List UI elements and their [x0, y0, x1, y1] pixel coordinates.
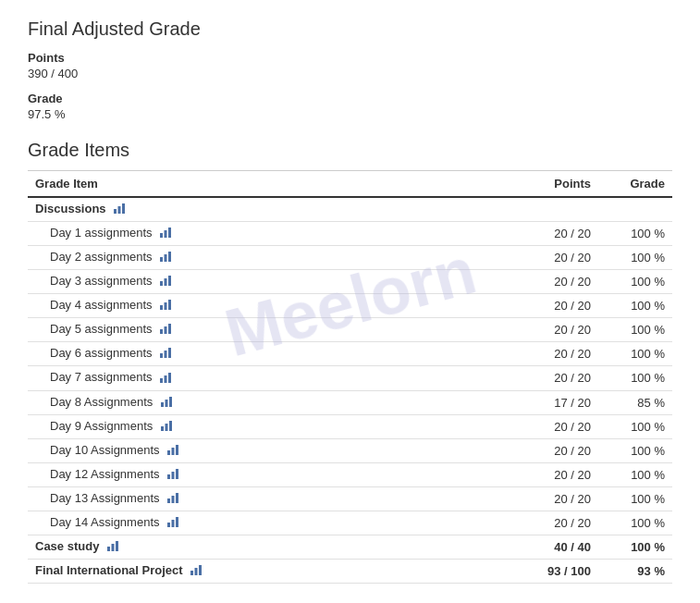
item-row: Day 6 assignments 20 / 20100 %	[28, 342, 672, 366]
svg-rect-20	[168, 348, 171, 358]
svg-rect-24	[161, 402, 164, 407]
table-header-row: Grade Item Points Grade	[28, 171, 672, 198]
svg-rect-29	[169, 421, 172, 431]
grade-item-points: 20 / 20	[487, 342, 598, 366]
svg-rect-17	[168, 324, 171, 334]
grade-item-grade: 100 %	[598, 414, 672, 438]
svg-rect-28	[165, 424, 167, 431]
grade-item-name: Day 12 Assignments	[28, 462, 487, 486]
item-row: Day 10 Assignments 20 / 20100 %	[28, 438, 672, 462]
svg-rect-21	[160, 378, 163, 383]
bar-chart-icon[interactable]	[166, 491, 179, 507]
final-grade-title: Final Adjusted Grade	[28, 18, 672, 40]
item-row: Day 9 Assignments 20 / 20100 %	[28, 414, 672, 438]
grade-item-points: 20 / 20	[487, 318, 598, 342]
grade-item-grade	[598, 197, 672, 222]
grade-item-name: Day 13 Assignments	[28, 486, 487, 511]
grade-item-name: Day 4 assignments	[28, 294, 487, 318]
svg-rect-3	[160, 233, 163, 238]
bar-chart-icon[interactable]	[190, 563, 203, 579]
col-header-grade: Grade	[598, 171, 672, 198]
svg-rect-23	[168, 373, 171, 383]
item-row: Day 1 assignments 20 / 20100 %	[28, 222, 672, 246]
bar-chart-icon[interactable]	[166, 443, 179, 459]
svg-rect-19	[165, 351, 167, 358]
svg-rect-4	[165, 230, 167, 238]
bar-chart-icon[interactable]	[106, 539, 119, 555]
svg-rect-44	[116, 541, 118, 551]
item-row: Day 7 assignments 20 / 20100 %	[28, 366, 672, 390]
grade-item-points: 20 / 20	[487, 366, 598, 390]
item-row: Day 5 assignments 20 / 20100 %	[28, 318, 672, 342]
bar-chart-icon[interactable]	[159, 346, 172, 362]
bar-chart-icon[interactable]	[159, 298, 172, 314]
points-value: 390 / 400	[28, 67, 672, 80]
bar-chart-icon[interactable]	[159, 322, 172, 338]
svg-rect-30	[167, 450, 170, 455]
svg-rect-35	[176, 469, 178, 479]
svg-rect-2	[122, 203, 125, 214]
bar-chart-icon[interactable]	[160, 419, 173, 435]
grade-item-grade: 100 %	[598, 294, 672, 318]
grade-item-grade: 100 %	[598, 342, 672, 366]
grade-item-grade: 100 %	[598, 270, 672, 294]
item-row: Day 4 assignments 20 / 20100 %	[28, 294, 672, 318]
grade-item-grade: 100 %	[598, 222, 672, 246]
svg-rect-37	[172, 496, 175, 503]
grade-item-grade: 100 %	[598, 535, 672, 559]
final-grade-section: Final Adjusted Grade Points 390 / 400 Gr…	[28, 18, 672, 121]
grade-item-points: 40 / 40	[487, 535, 598, 559]
svg-rect-10	[165, 278, 167, 286]
grade-item-name: Day 3 assignments	[28, 270, 487, 294]
svg-rect-5	[168, 228, 171, 238]
svg-rect-6	[160, 257, 163, 262]
item-row: Day 14 Assignments 20 / 20100 %	[28, 511, 672, 535]
col-header-points: Points	[487, 171, 598, 198]
svg-rect-14	[168, 300, 171, 310]
bar-chart-icon[interactable]	[159, 371, 172, 387]
svg-rect-45	[190, 571, 193, 575]
bar-chart-icon[interactable]	[159, 250, 172, 265]
item-row: Day 12 Assignments 20 / 20100 %	[28, 462, 672, 486]
svg-rect-40	[172, 520, 175, 527]
svg-rect-1	[118, 206, 121, 214]
bar-chart-icon[interactable]	[159, 226, 172, 241]
grade-item-points: 20 / 20	[487, 511, 598, 535]
grade-item-points: 20 / 20	[487, 246, 598, 270]
col-header-item: Grade Item	[28, 171, 487, 198]
grade-item-name: Discussions	[28, 197, 487, 222]
svg-rect-43	[111, 544, 114, 551]
bar-chart-icon[interactable]	[160, 395, 173, 411]
points-label: Points	[28, 51, 672, 65]
svg-rect-22	[165, 375, 167, 383]
grade-item-points: 20 / 20	[487, 414, 598, 438]
bar-chart-icon[interactable]	[166, 515, 179, 531]
grade-item-points: 20 / 20	[487, 486, 598, 511]
grade-item-points: 17 / 20	[487, 390, 598, 414]
grade-item-name: Day 9 Assignments	[28, 414, 487, 438]
grade-item-name: Final International Project	[28, 559, 487, 583]
svg-rect-31	[172, 448, 175, 455]
svg-rect-46	[195, 568, 198, 575]
bar-chart-icon[interactable]	[113, 202, 126, 217]
item-row: Day 2 assignments 20 / 20100 %	[28, 246, 672, 270]
grade-items-title: Grade Items	[28, 140, 672, 161]
grade-item-grade: 100 %	[598, 318, 672, 342]
grade-item-points: 20 / 20	[487, 462, 598, 486]
svg-rect-27	[161, 426, 164, 431]
category-row: Case study 40 / 40100 %	[28, 535, 672, 559]
grade-item-name: Day 7 assignments	[28, 366, 487, 390]
item-row: Day 13 Assignments 20 / 20100 %	[28, 486, 672, 511]
category-row: Final International Project 93 / 10093 %	[28, 559, 672, 583]
grade-item-grade: 100 %	[598, 511, 672, 535]
svg-rect-36	[167, 498, 170, 503]
grade-item-grade: 100 %	[598, 246, 672, 270]
grade-label: Grade	[28, 92, 672, 105]
svg-rect-39	[167, 523, 170, 527]
svg-rect-12	[160, 305, 163, 310]
svg-rect-33	[167, 474, 170, 479]
svg-rect-18	[160, 353, 163, 358]
bar-chart-icon[interactable]	[159, 274, 172, 289]
grade-item-points: 20 / 20	[487, 438, 598, 462]
bar-chart-icon[interactable]	[166, 467, 179, 483]
